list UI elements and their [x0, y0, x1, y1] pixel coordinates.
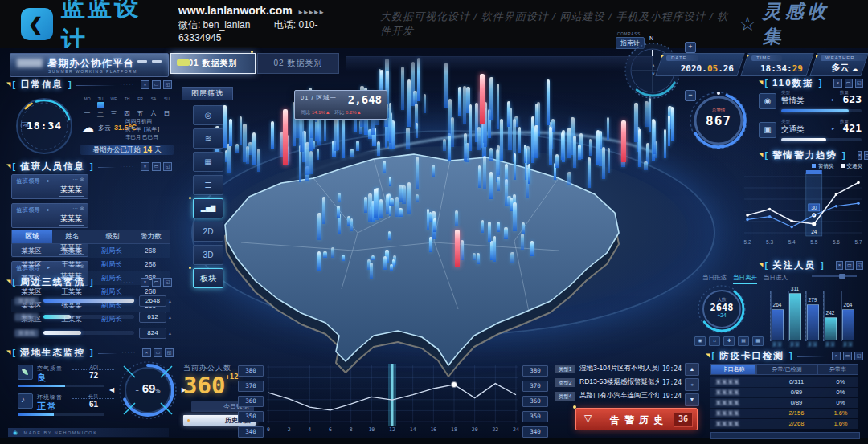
- y-tick: 370: [238, 381, 264, 392]
- chart-slider[interactable]: [812, 275, 857, 277]
- expand-icon[interactable]: ◱: [856, 261, 863, 270]
- weekday: TH四: [122, 96, 133, 119]
- focus-bar-chart: 264某某 311某某 279某某 242某某 264某某: [770, 282, 860, 349]
- panel-header: ◥[ 值班人员信息 ]····· × ▭ ◱: [6, 161, 172, 172]
- duty-leader-card[interactable]: 值班领导▸ ··· ⊗某某某: [11, 174, 88, 199]
- inspiration-collect[interactable]: ☆ 灵感收集: [739, 0, 845, 49]
- alert-row[interactable]: 类型4某路口有小汽车连闯三个红灯19:24: [555, 390, 682, 401]
- leaf-icon: [18, 365, 33, 380]
- gauge-left-arrow[interactable]: ◀: [109, 386, 114, 393]
- minimize-icon[interactable]: ▭: [845, 261, 853, 270]
- table-scrollbar[interactable]: [710, 432, 860, 439]
- y-axis-labels-left: 380370360350340: [238, 365, 262, 442]
- close-icon[interactable]: ×: [141, 162, 149, 171]
- minimize-icon[interactable]: ▭: [154, 348, 162, 357]
- city-3d-map[interactable]: [193, 120, 659, 377]
- scroll-dot-icon[interactable]: ●: [685, 378, 699, 391]
- expand-icon[interactable]: ◱: [163, 278, 172, 287]
- expand-icon[interactable]: ◱: [165, 348, 174, 357]
- time-widget: TIME 18:34:29: [740, 53, 813, 76]
- camera-icon[interactable]: ◎: [193, 105, 223, 125]
- checkpoint-tab[interactable]: 卡口名称: [710, 364, 756, 375]
- mode-3d[interactable]: 3D: [193, 245, 223, 265]
- weekday: WE三: [108, 96, 119, 119]
- total-alarm-value: 867: [688, 113, 749, 128]
- minimize-icon[interactable]: ▭: [843, 352, 852, 360]
- minimize-icon[interactable]: ▭: [845, 79, 853, 88]
- close-icon[interactable]: ×: [832, 352, 841, 360]
- signal-icon[interactable]: ≋: [193, 128, 223, 149]
- office-line-chart: [265, 364, 519, 426]
- expand-icon[interactable]: ◱: [163, 162, 172, 171]
- air-quality-value: 良: [37, 372, 47, 384]
- platform-subtitle: SUMMER WORKING PLATFORM: [48, 69, 137, 74]
- tab-data-category-1[interactable]: 01 数据类别: [170, 53, 256, 74]
- weekday: SU日: [162, 96, 172, 119]
- alert-row[interactable]: 类型2RD13-53楼烟感报警疑似火灾17:24: [555, 377, 682, 388]
- car-icon[interactable]: ⌂: [709, 336, 720, 346]
- panel-title: 防疫卡口检测: [719, 350, 784, 362]
- minimize-icon[interactable]: ▭: [152, 162, 161, 171]
- svg-text:5.6: 5.6: [833, 239, 840, 245]
- panel-transit-flow: ◥[ 周边三线客流 ]····· × ▭ ◱ 某某线 2648▴ 某线 612▴…: [6, 276, 172, 345]
- mode-2d[interactable]: 2D: [193, 222, 223, 242]
- scroll-up-icon[interactable]: ▲: [685, 363, 699, 376]
- zoom-in-button[interactable]: +: [685, 42, 696, 53]
- alarm-history-button[interactable]: ▽ 告警历史 36: [575, 408, 698, 430]
- checkpoint-tab[interactable]: 异常率: [817, 364, 858, 375]
- alert-row[interactable]: 类型1湿地3-104片区有不明人员闯入19:24: [555, 363, 682, 374]
- panel-eco-monitor: ◥[ 湿地生态监控 ]····· × ▭ ◱ 空气质量 良 AQI 72 ♪ 环…: [6, 347, 174, 438]
- title-mosaic: [17, 59, 43, 67]
- close-icon[interactable]: ×: [141, 278, 149, 287]
- panel-title: 值班人员信息: [20, 161, 85, 173]
- building-icon[interactable]: ▦: [752, 336, 764, 346]
- duty-leader-card[interactable]: 值班领导▸ ··· ⊗某某某: [11, 203, 88, 228]
- expand-icon[interactable]: ◱: [855, 79, 863, 88]
- panel-header: ◥[ 110数据 ] × ▭ ◱: [759, 77, 863, 88]
- checkpoint-tab[interactable]: 异常/已检测: [756, 364, 817, 375]
- map-surface: [225, 154, 619, 365]
- arrows-icon: ▸▸▸▸▸: [299, 8, 326, 16]
- close-icon[interactable]: ×: [836, 261, 843, 270]
- eco-gauge: − 69% ◀ ▶: [117, 360, 178, 421]
- y-tick: 340: [522, 426, 548, 438]
- flow-row: 某线 612▴: [14, 312, 171, 322]
- duty-table-row: 某某区张某某副局长268: [11, 244, 170, 258]
- compass-north: N: [649, 35, 653, 41]
- minimize-icon[interactable]: ▭: [864, 151, 868, 160]
- duty-table-header: 区域姓名级别警力数: [11, 230, 170, 244]
- panel-title: 警情警力趋势: [772, 149, 837, 161]
- svg-text:24: 24: [811, 229, 817, 234]
- expand-icon[interactable]: ◱: [163, 80, 172, 89]
- close-icon[interactable]: ×: [142, 348, 151, 357]
- panel-daily-info: ◥[ 日常信息 ]····· × ▭ ◱ PM 18:34 MO一TU二WE三T…: [6, 79, 172, 159]
- header-spacer-bar: [346, 56, 653, 71]
- minimize-icon[interactable]: ▭: [152, 278, 161, 287]
- map-tooltip: 01 / 区域一 2,648 同比 14.1%▲ 环比 6.2%▲: [294, 90, 387, 120]
- scroll-down-icon[interactable]: ▼: [685, 393, 699, 406]
- close-icon[interactable]: ×: [858, 151, 862, 160]
- minimize-icon[interactable]: ▭: [152, 80, 161, 89]
- website-link[interactable]: www.lanlanwork.com▸▸▸▸▸: [178, 3, 350, 18]
- expand-icon[interactable]: ◱: [854, 352, 863, 360]
- y-tick: 380: [522, 365, 548, 377]
- person-icon[interactable]: ◉: [694, 336, 706, 346]
- buildings-icon[interactable]: ▦: [193, 152, 223, 172]
- noise-number: 61: [89, 400, 98, 409]
- panel-110-data: ◥[ 110数据 ] × ▭ ◱ 总警情 867 ◉ 类型警情类 数量▸623 …: [685, 77, 863, 148]
- close-icon[interactable]: ×: [833, 79, 841, 88]
- alert-scroll-controls: ▲ ● ▼: [685, 363, 699, 409]
- office-count-delta: +12: [225, 373, 238, 381]
- bag-icon[interactable]: ✚: [723, 336, 735, 346]
- close-icon[interactable]: ×: [141, 80, 149, 89]
- focus-bar: 264某某: [842, 309, 854, 340]
- weather-widget: WEATHER 多云☁: [809, 53, 868, 76]
- panel-title: 110数据: [772, 77, 814, 89]
- phone-icon[interactable]: ▤: [738, 336, 749, 346]
- list-icon[interactable]: ☰: [193, 175, 223, 195]
- bar-chart-icon[interactable]: ▂▅▇: [193, 198, 223, 218]
- blocks[interactable]: 板块: [193, 268, 223, 288]
- panel-header: ◥[ 日常信息 ]····· × ▭ ◱: [6, 79, 172, 90]
- tab-data-category-2[interactable]: 02 数据类别: [257, 53, 339, 74]
- tooltip-rates: 同比 14.1%▲ 环比 6.2%▲: [301, 109, 365, 116]
